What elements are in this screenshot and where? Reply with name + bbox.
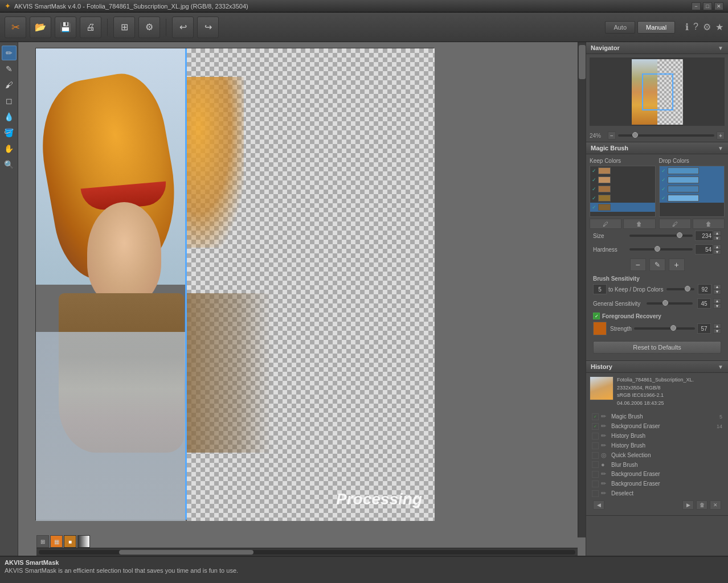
image-adjust-button[interactable]: ⊞: [113, 17, 135, 38]
general-sensitivity-input[interactable]: [697, 298, 711, 309]
upgrade-icon[interactable]: ★: [715, 22, 723, 32]
plus-button[interactable]: +: [669, 258, 685, 271]
history-item-deselect[interactable]: ✏ Deselect: [590, 488, 725, 498]
history-item-history-brush-1[interactable]: ✏ History Brush: [590, 431, 725, 441]
zoom-tool[interactable]: 🔍: [2, 157, 17, 172]
add-drop-color-button[interactable]: 🖊: [659, 219, 691, 229]
close-button[interactable]: ✕: [714, 2, 723, 10]
to-keep-input[interactable]: [593, 284, 607, 294]
open-button[interactable]: 📂: [30, 17, 51, 38]
drop-colors-list[interactable]: ✓ ✓ ✓ ✓: [659, 166, 725, 217]
drop-color-item[interactable]: ✓: [660, 184, 725, 194]
save-button[interactable]: 💾: [55, 17, 76, 38]
history-checkbox-empty[interactable]: [592, 442, 599, 449]
size-decrease-button[interactable]: ▼: [713, 236, 721, 241]
bw-view-button[interactable]: [77, 535, 90, 548]
grid-view-button[interactable]: ⊞: [36, 535, 49, 548]
hardness-spinner[interactable]: 54 ▲ ▼: [695, 244, 721, 254]
add-keep-color-button[interactable]: 🖊: [590, 219, 621, 229]
strength-input[interactable]: [697, 323, 711, 334]
help-icon[interactable]: ?: [693, 22, 698, 32]
history-checkbox-empty[interactable]: [592, 481, 599, 487]
canvas-container[interactable]: Processing: [35, 48, 434, 520]
hardness-decrease-button[interactable]: ▼: [713, 249, 721, 254]
keep-color-item[interactable]: ✓: [590, 175, 655, 184]
history-delete-button[interactable]: 🗑: [696, 500, 707, 510]
foreground-recovery-checkbox[interactable]: ✓: [593, 313, 600, 319]
eraser-tool[interactable]: ◻: [2, 93, 17, 108]
history-play-button[interactable]: ▶: [682, 500, 694, 510]
drop-sensitivity-increase[interactable]: ▲: [713, 284, 721, 289]
keep-color-item[interactable]: ✓: [590, 194, 655, 203]
navigator-collapse-icon[interactable]: ▼: [718, 45, 723, 51]
size-slider[interactable]: [629, 235, 693, 237]
history-clear-button[interactable]: ✕: [710, 500, 721, 510]
edit-brush-button[interactable]: ✎: [649, 258, 665, 271]
general-sensitivity-slider[interactable]: [647, 302, 693, 305]
preferences-icon[interactable]: ⚙: [703, 22, 711, 32]
hardness-slider[interactable]: [629, 248, 693, 251]
history-checkbox[interactable]: ✓: [592, 423, 599, 430]
strength-slider[interactable]: [634, 327, 695, 330]
history-back-button[interactable]: ◀: [593, 500, 604, 510]
history-item-magic-brush[interactable]: ✓ ✏ Magic Brush 5: [590, 412, 725, 421]
eyedropper-tool[interactable]: 💧: [2, 109, 17, 124]
reset-defaults-button[interactable]: Reset to Defaults: [593, 341, 721, 354]
keep-color-item[interactable]: ✓: [590, 184, 655, 194]
foreground-recovery-color[interactable]: [593, 322, 607, 335]
history-item-history-brush-2[interactable]: ✏ History Brush: [590, 441, 725, 450]
canvas-area[interactable]: Processing ⊞ ▦ ■: [18, 42, 586, 556]
history-checkbox-empty[interactable]: [592, 461, 599, 468]
history-checkbox[interactable]: ✓: [592, 413, 599, 420]
drop-color-item[interactable]: ✓: [660, 175, 725, 184]
manual-mode-button[interactable]: Manual: [637, 21, 675, 34]
hand-tool[interactable]: ✋: [2, 141, 17, 156]
history-checkbox-empty[interactable]: [592, 490, 599, 497]
history-item-bg-eraser-2[interactable]: ✏ Background Eraser: [590, 469, 725, 479]
size-input[interactable]: 234: [695, 231, 713, 241]
history-item-bg-eraser[interactable]: ✓ ✏ Background Eraser 14: [590, 421, 725, 431]
cut-button[interactable]: ✂: [5, 17, 26, 38]
minimize-button[interactable]: −: [692, 2, 701, 10]
history-item-bg-eraser-3[interactable]: ✏ Background Eraser: [590, 479, 725, 488]
auto-mode-button[interactable]: Auto: [605, 21, 635, 34]
settings-button[interactable]: ⚙: [138, 17, 160, 38]
canvas-divider[interactable]: [185, 48, 187, 520]
redo-button[interactable]: ↪: [197, 17, 219, 38]
history-checkbox-empty[interactable]: [592, 433, 599, 440]
print-button[interactable]: 🖨: [80, 17, 101, 38]
info-icon[interactable]: ℹ: [685, 22, 689, 32]
drop-color-item[interactable]: ✓: [660, 166, 725, 175]
undo-button[interactable]: ↩: [172, 17, 194, 38]
history-collapse-icon[interactable]: ▼: [718, 364, 723, 370]
strength-increase[interactable]: ▲: [713, 323, 721, 329]
maximize-button[interactable]: □: [703, 2, 712, 10]
minus-button[interactable]: −: [630, 258, 646, 271]
history-item-quick-selection[interactable]: ◎ Quick Selection: [590, 450, 725, 460]
drop-sensitivity-decrease[interactable]: ▼: [713, 289, 721, 294]
hardness-increase-button[interactable]: ▲: [713, 244, 721, 249]
history-checkbox-empty[interactable]: [592, 452, 599, 459]
zoom-in-button[interactable]: +: [717, 132, 725, 139]
zoom-out-button[interactable]: −: [608, 132, 616, 139]
delete-keep-color-button[interactable]: 🗑: [623, 219, 655, 229]
brush-tool[interactable]: 🖌: [2, 77, 17, 92]
canvas-hscroll[interactable]: [36, 548, 578, 556]
canvas-vscroll[interactable]: [578, 42, 586, 537]
size-spinner[interactable]: 234 ▲ ▼: [695, 231, 721, 241]
strength-decrease[interactable]: ▼: [713, 329, 721, 334]
navigator-rect[interactable]: [642, 73, 673, 110]
bucket-tool[interactable]: 🪣: [2, 125, 17, 140]
keep-color-item-selected[interactable]: ✓: [590, 203, 655, 212]
gen-sensitivity-decrease[interactable]: ▼: [713, 303, 721, 309]
drop-colors-sensitivity-input[interactable]: [698, 284, 711, 294]
keep-color-item[interactable]: ✓: [590, 166, 655, 175]
history-item-blur-brush[interactable]: ● Blur Brush: [590, 460, 725, 469]
color-view-button[interactable]: ■: [64, 535, 76, 548]
drop-color-item[interactable]: ✓: [660, 194, 725, 203]
checker-view-button[interactable]: ▦: [50, 535, 63, 548]
magic-brush-tool[interactable]: ✏: [2, 46, 17, 60]
size-increase-button[interactable]: ▲: [713, 231, 721, 236]
hardness-input[interactable]: 54: [695, 244, 713, 254]
pencil-tool[interactable]: ✎: [2, 61, 17, 76]
